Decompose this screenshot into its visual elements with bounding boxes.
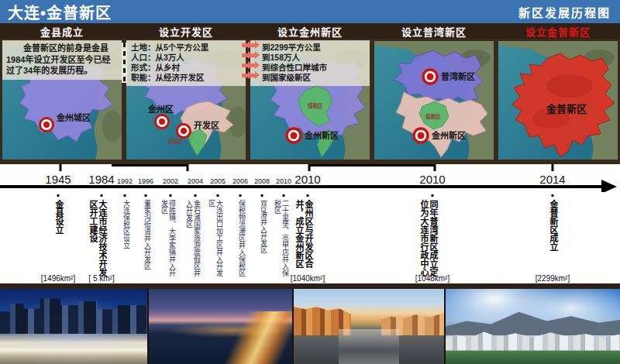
timeline-band: 1945198419921996200220042005200620082010…: [0, 164, 620, 192]
infographic-root: 大连•金普新区 新区发展历程图 金县成立 设立开发区 设立金州新区 设立普湾新区…: [0, 0, 620, 364]
svg-text:保税区: 保税区: [425, 113, 441, 120]
note-line: 形式：从乡村: [131, 63, 235, 73]
map-pin: [423, 70, 437, 84]
timeline-dot: [283, 194, 285, 197]
timeline-event-text: 得胜镇、大李家镇并入开发区: [160, 200, 176, 280]
note-line: 人口：从3万人: [131, 53, 235, 63]
timeline-dot: [261, 194, 264, 197]
timeline-event-text: 双D港并入开发区: [260, 200, 267, 280]
photo-strip: [0, 289, 620, 364]
map-pin: [156, 115, 169, 129]
map-pin: [287, 129, 301, 143]
note-kaifaqu: 土地：从5个平方公里 人口：从3万人 形式：从乡村 职能：从经济开发区: [126, 40, 246, 86]
city-panorama-photo: [446, 289, 620, 364]
photo-detail: [446, 351, 620, 364]
right-arrow-icon: [242, 64, 248, 67]
timeline-bracket: [309, 164, 435, 167]
separator-strip: [0, 283, 620, 289]
svg-text:金州城区: 金州城区: [56, 112, 91, 122]
note-line: 到158万人: [262, 53, 367, 63]
svg-text:保税区: 保税区: [307, 102, 323, 109]
timeline-event-text: 金普新区成立: [549, 200, 558, 280]
timeline-event-text: 董家沟街道并入开发区: [143, 200, 151, 280]
map-panels: 金州城区 金普新区的前身是金县1984年设立开发区至今已经过了34年的发展历程。: [0, 39, 620, 164]
stage-title-kaifaqu: 设立开发区: [124, 23, 248, 39]
timeline-dot: [101, 194, 103, 197]
timeline-event-text: 金县设立: [54, 200, 64, 280]
photo-detail: [206, 311, 292, 364]
area-label: [1496km²]: [41, 274, 75, 283]
timeline-year: 2006: [232, 177, 248, 185]
timeline-year: 1984: [88, 173, 114, 186]
photo-detail: [339, 329, 399, 364]
note-line: 到2299平方公里: [262, 43, 367, 53]
timeline-event-text: 大连出口加工区并入开发区: [208, 200, 223, 280]
panel-puwan: 普湾新区 保税区 金州新区: [372, 39, 496, 164]
svg-text:金州新区: 金州新区: [304, 130, 339, 140]
timeline-dot: [170, 194, 172, 197]
timeline-event-text: 同年普湾新区成立定位为大连市行政中心: [419, 200, 438, 280]
area-label: [2299km²]: [536, 274, 570, 283]
timeline-year: 1945: [45, 173, 71, 186]
svg-text:金州区: 金州区: [147, 104, 174, 114]
note-line: 职能：从经济开发区: [131, 73, 235, 83]
right-arrow-icon: [242, 43, 248, 47]
stage-header-row: 金县成立 设立开发区 设立金州新区 设立普湾新区 设立金普新区: [0, 23, 620, 39]
note-line: 到国家级新区: [262, 73, 367, 83]
svg-text:普湾新区: 普湾新区: [441, 71, 475, 81]
timeline-dot: [145, 194, 147, 197]
timeline-dot: [307, 194, 309, 197]
map-jinpu: 金普新区: [498, 41, 618, 160]
note-line: 土地：从5个平方公里: [131, 43, 235, 53]
stage-title-puwan: 设立普湾新区: [372, 23, 496, 39]
timeline-year: 1992: [117, 177, 133, 185]
top-title-bar: 大连•金普新区 新区发展历程图: [0, 0, 620, 23]
timeline-dot: [217, 194, 219, 197]
timeline-year: 2014: [539, 173, 565, 186]
timeline-event-text: 保税物流港区并入保税区: [238, 200, 246, 280]
sunset-avenue-photo: [294, 289, 444, 364]
dashed-divider: [122, 43, 127, 83]
timeline-year: 1996: [138, 177, 153, 185]
right-arrow-icon: [249, 74, 255, 77]
timeline-dot: [239, 194, 242, 197]
map-pin: [40, 118, 53, 132]
right-arrow-icon: [242, 53, 248, 57]
stage-title-jinxian: 金县成立: [0, 23, 124, 39]
timeline-event-text: 大连保税区设立: [122, 200, 130, 280]
timeline-year: 2010: [419, 173, 445, 186]
timeline-dot: [432, 194, 434, 197]
timeline-event-text: 金州区与开发区合并，成立金州新区: [294, 200, 313, 280]
map-pin: [177, 125, 191, 138]
svg-text:金州新区: 金州新区: [431, 130, 466, 140]
timeline-dot: [57, 194, 60, 197]
stage-title-jinzhou: 设立金州新区: [248, 23, 372, 39]
note-jinzhou-new-area: 到2299平方公里 到158万人 到综合性口岸城市 到国家级新区: [250, 40, 370, 86]
timeline-year: 2008: [254, 177, 270, 185]
coastal-dusk-photo: [149, 289, 292, 364]
panel-jinxian: 金州城区 金普新区的前身是金县1984年设立开发区至今已经过了34年的发展历程。: [0, 39, 124, 164]
timeline-tick: [60, 164, 62, 171]
right-arrow-icon: [249, 53, 255, 57]
panel-jinpu: 金普新区: [496, 39, 620, 164]
timeline-dot: [552, 194, 554, 197]
timeline-year: 2010: [294, 173, 320, 186]
night-city-photo: [0, 289, 147, 364]
panel-jinzhou-new-area: 保税区 金州新区 到2299平方公里 到158万人 到综合性口岸城市 到国家级新…: [248, 39, 372, 164]
timeline-tick: [552, 164, 554, 171]
timeline-year: 2010: [276, 177, 291, 185]
note-jinxian: 金普新区的前身是金县1984年设立开发区至今已经过了34年的发展历程。: [2, 40, 122, 80]
arrows-left: [249, 43, 255, 84]
area-label: [1040km²]: [291, 274, 325, 283]
svg-text:金普新区: 金普新区: [546, 103, 587, 115]
stage-title-jinpu: 设立金普新区: [496, 23, 620, 39]
photo-detail: [446, 305, 620, 335]
timeline-event-text: 二十里堡、亮甲店并入保税区: [274, 200, 289, 280]
timeline-events: 金县设立[1496km²]大连市经济技术开发区开工建设[ 5 km²]大连保税区…: [0, 192, 620, 283]
area-label: [1048km²]: [415, 274, 450, 283]
page-title: 大连•金普新区: [8, 1, 112, 23]
timeline-bracket: [112, 164, 188, 167]
arrows-right: [242, 43, 248, 84]
photo-detail: [0, 340, 147, 364]
area-label: [ 5 km²]: [88, 274, 114, 283]
